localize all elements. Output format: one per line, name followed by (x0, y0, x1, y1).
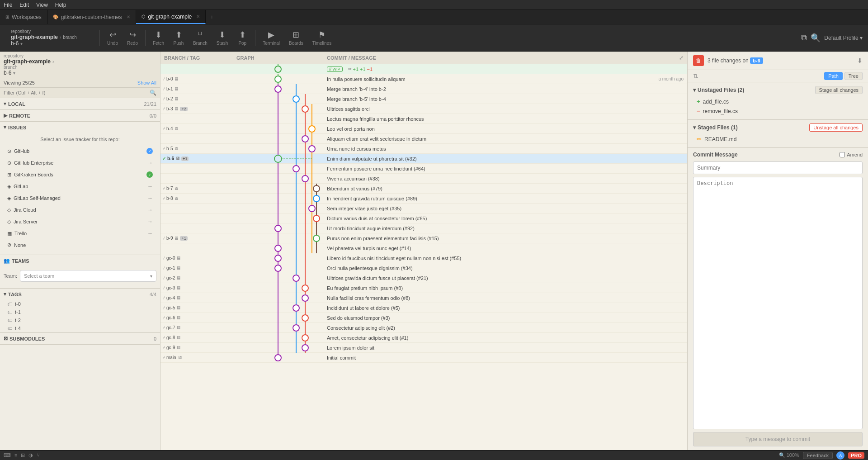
tracker-gitlab-self-managed[interactable]: ◈ GitLab Self-Managed → (4, 193, 156, 204)
tracker-jira-server[interactable]: ◇ Jira Server → (4, 216, 156, 227)
tag-item-t1[interactable]: 🏷 t-1 (0, 308, 160, 316)
default-profile[interactable]: Default Profile ▾ (824, 35, 863, 41)
graph-row-gc1[interactable]: ⑂ gc-1 🖥 Orci nulla pellentesque digniss… (160, 263, 687, 273)
menu-help[interactable]: Help (55, 2, 66, 8)
menu-edit[interactable]: Edit (19, 2, 29, 8)
tag-item-t4[interactable]: 🏷 t-4 (0, 324, 160, 332)
graph-row-gc6[interactable]: ⑂ gc-6 🖥 Sed do eiusmod tempor (#3) (160, 313, 687, 323)
file-item-remove[interactable]: − remove_file.cs (693, 106, 863, 116)
download-changes-icon[interactable]: ⬇ (857, 57, 863, 64)
fetch-button[interactable]: ⬇ Fetch (149, 28, 168, 47)
graph-row-unnamed2[interactable]: Aliquam etiam erat velit scelerisque in … (160, 134, 687, 144)
graph-row-b5[interactable]: ⑂ b-5 🖥 Urna nunc id cursus metus (160, 144, 687, 154)
undo-button[interactable]: ↩ Undo (104, 28, 122, 47)
commit-button[interactable]: Type a message to commit (693, 432, 863, 446)
graph-row-b9[interactable]: ⑂ b-9 🖥 +1 Purus non enim praesent eleme… (160, 233, 687, 243)
file-item-readme[interactable]: ✏ README.md (693, 134, 863, 144)
tag-item-t0[interactable]: 🏷 t-0 (0, 300, 160, 308)
sidebar-repo-name[interactable]: git-graph-example › (4, 58, 156, 65)
graph-row-gc0[interactable]: ⑂ gc-0 🖥 Libero id faucibus nisl tincidu… (160, 253, 687, 263)
status-icon-2[interactable]: ≡ (14, 452, 17, 458)
sidebar-branch-name[interactable]: b-6 ▾ (4, 70, 156, 76)
tracker-none[interactable]: ⊘ None (4, 240, 156, 250)
tab-workspaces[interactable]: ⊞ Workspaces (0, 10, 47, 24)
teams-section-header[interactable]: 👥 TEAMS (0, 255, 160, 266)
amend-checkbox[interactable] (840, 152, 845, 157)
boards-button[interactable]: ⊞ Boards (285, 28, 307, 47)
graph-row-gc2[interactable]: ⑂ gc-2 🖥 Ultrices gravida dictum fusce u… (160, 273, 687, 283)
graph-row-gc8[interactable]: ⑂ gc-8 🖥 Amet, consectetur adipiscing el… (160, 333, 687, 343)
graph-row-wip[interactable]: // WIP ✏ +1 +1 −1 (160, 64, 687, 74)
local-section-header[interactable]: ▾ LOCAL 21/21 (0, 98, 160, 109)
menu-file[interactable]: File (4, 2, 12, 8)
graph-row-b8-3[interactable]: Dictum varius duis at consectetur lorem … (160, 213, 687, 223)
tracker-trello[interactable]: ▦ Trello → (4, 228, 156, 239)
feedback-button[interactable]: Feedback (803, 452, 833, 459)
branch-dropdown-icon[interactable]: ▾ (20, 41, 23, 46)
tab-git-graph-close[interactable]: ✕ (196, 14, 200, 19)
search-icon[interactable]: 🔍 (811, 33, 821, 43)
filter-input[interactable] (4, 90, 150, 95)
tracker-jira-cloud[interactable]: ◇ Jira Cloud → (4, 204, 156, 215)
tracker-gitlab[interactable]: ◈ GitLab → (4, 181, 156, 192)
graph-row-b0[interactable]: ⑂ b-0 🖥 In nulla posuere sollicitudin al… (160, 74, 687, 84)
redo-button[interactable]: ↪ Redo (123, 28, 142, 47)
graph-row-b4[interactable]: ⑂ b-4 🖥 Leo vel orci porta non (160, 124, 687, 134)
graph-row-gc5[interactable]: ⑂ gc-5 🖥 Incididunt ut labore et dolore … (160, 303, 687, 313)
branch-name-toolbar[interactable]: b-6 (11, 40, 19, 47)
tracker-gitkraken-boards[interactable]: ⊞ GitKraken Boards ✓ (4, 169, 156, 180)
team-select-dropdown[interactable]: Select a team ▾ (20, 270, 156, 282)
split-view-icon[interactable]: ⧉ (801, 33, 807, 43)
remote-section-header[interactable]: ▶ REMOTE 0/0 (0, 110, 160, 121)
graph-row-b2[interactable]: ⑂ b-2 🖥 Merge branch 'b-5' into b-4 (160, 94, 687, 104)
path-view-button[interactable]: Path (824, 72, 843, 80)
tab-custom-themes[interactable]: 🎨 gitkraken-custom-themes ✕ (47, 10, 136, 24)
description-input[interactable] (693, 177, 863, 429)
graph-row-b7[interactable]: ⑂ b-7 🖥 Bibendum at varius (#79) (160, 184, 687, 194)
summary-input[interactable] (693, 161, 863, 174)
repo-name[interactable]: git-graph-example (11, 34, 58, 40)
graph-row-gc9[interactable]: ⑂ gc-9 🖥 Lorem ipsum dolor sit (160, 343, 687, 353)
status-icon-3[interactable]: ⊞ (21, 452, 25, 458)
tree-view-button[interactable]: Tree (844, 72, 863, 80)
tracker-github-enterprise[interactable]: ⊙ GitHub Enterprise → (4, 157, 156, 168)
pop-button[interactable]: ⬆ Pop (233, 28, 251, 47)
graph-row-gc3[interactable]: ⑂ gc-3 🖥 Eu feugiat pretium nibh ipsum (… (160, 283, 687, 293)
graph-row-b6-3[interactable]: Viverra accumsan (#38) (160, 174, 687, 184)
tab-custom-themes-close[interactable]: ✕ (127, 14, 130, 19)
graph-row-b6[interactable]: ✓ b-6 🖥 +1 Enim diam vulputate ut pharet… (160, 154, 687, 164)
sort-icon[interactable]: ⇅ (693, 72, 698, 80)
tracker-github[interactable]: ⊙ GitHub ✓ (4, 146, 156, 156)
stage-all-button[interactable]: Stage all changes (815, 86, 863, 94)
graph-row-b6-2[interactable]: Fermentum posuere urna nec tincidunt (#6… (160, 164, 687, 174)
graph-row-b1[interactable]: ⑂ b-1 🖥 Merge branch 'b-4' into b-2 (160, 84, 687, 94)
graph-row-b8[interactable]: ⑂ b-8 🖥 In hendrerit gravida rutrum quis… (160, 194, 687, 204)
timelines-button[interactable]: ⚑ Timelines (309, 28, 335, 47)
graph-row-gc4[interactable]: ⑂ gc-4 🖥 Nulla facilisi cras fermentum o… (160, 293, 687, 303)
submodules-section-header[interactable]: ⊠ SUBMODULES 0 (0, 333, 160, 344)
tags-section-header[interactable]: ▾ TAGS 4/4 (0, 289, 160, 300)
graph-row-main[interactable]: ⑂ main 🖥 Initial commit (160, 353, 687, 363)
discard-button[interactable]: 🗑 (693, 55, 704, 66)
graph-collapse-button[interactable]: ⤢ (675, 55, 687, 61)
terminal-button[interactable]: ▶ Terminal (259, 28, 283, 47)
menu-view[interactable]: View (36, 2, 48, 8)
graph-row-gc7[interactable]: ⑂ gc-7 🖥 Consectetur adipiscing elit (#2… (160, 323, 687, 333)
show-all-button[interactable]: Show All (137, 80, 156, 85)
branch-button[interactable]: ⑂ Branch (189, 28, 211, 47)
status-icon-4[interactable]: ◑ (28, 452, 33, 458)
status-icon-1[interactable]: ⌨ (4, 452, 11, 458)
graph-row-b8-4[interactable]: Ut morbi tincidunt augue interdum (#92) (160, 223, 687, 233)
tab-add-button[interactable]: + (206, 10, 218, 24)
issues-section-header[interactable]: ▾ ISSUES (0, 122, 160, 133)
branch-dropdown-chevron[interactable]: ▾ (13, 71, 15, 76)
unstage-all-button[interactable]: Unstage all changes (809, 123, 863, 132)
stash-button[interactable]: ⬇ Stash (213, 28, 232, 47)
graph-row-b8-2[interactable]: Sem integer vitae justo eget (#35) (160, 204, 687, 213)
status-icon-5[interactable]: ⑂ (37, 452, 40, 458)
file-item-add[interactable]: + add_file.cs (693, 97, 863, 106)
graph-row-unnamed1[interactable]: Lectus magna fringilla urna porttitor rh… (160, 114, 687, 124)
graph-row-b9-2[interactable]: Vel pharetra vel turpis nunc eget (#14) (160, 243, 687, 253)
push-button[interactable]: ⬆ Push (170, 28, 188, 47)
tag-item-t2[interactable]: 🏷 t-2 (0, 316, 160, 324)
